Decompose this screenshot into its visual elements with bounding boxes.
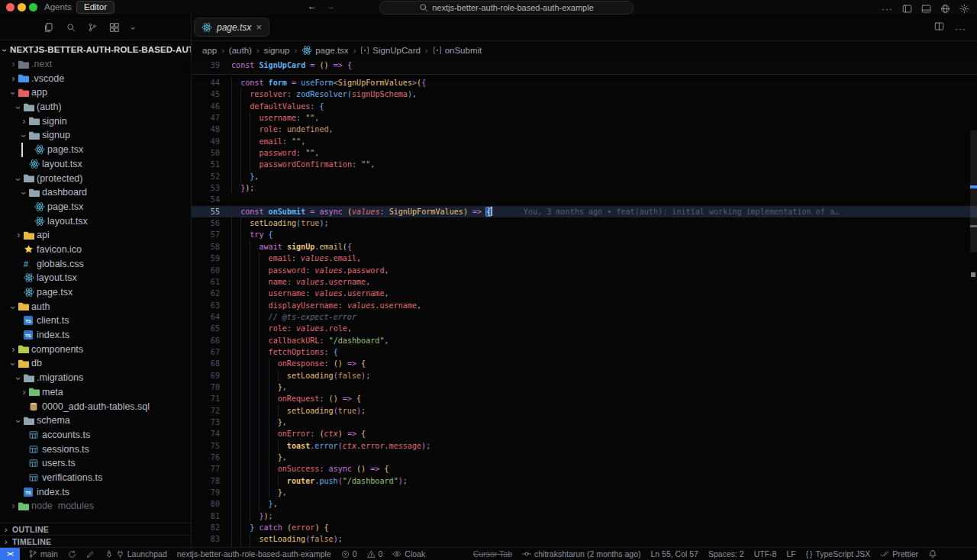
command-search-bar[interactable]: nextjs-better-auth-role-based-auth-examp…	[379, 1, 634, 14]
status-cursor-tab-toggle[interactable]: Cursor Tab	[473, 549, 512, 558]
close-window-button[interactable]	[6, 3, 15, 11]
tree-item-page.tsx[interactable]: page.tsx	[0, 200, 191, 214]
status-last-commit[interactable]: chitrakshtarun (2 months ago)	[522, 549, 640, 558]
tree-item-api[interactable]: ›api	[0, 228, 191, 243]
tree-item-.migrations[interactable]: ›.migrations	[0, 371, 191, 385]
tree-item-globals.css[interactable]: #globals.css	[0, 256, 191, 271]
tree-item-users.ts[interactable]: users.ts	[0, 456, 191, 471]
tree-item-index.ts[interactable]: TSindex.ts	[0, 328, 191, 343]
code-line-69[interactable]: 69 setLoading(false);	[192, 370, 977, 381]
status-cloak[interactable]: Cloak	[392, 549, 425, 558]
status-launchpad[interactable]: Launchpad	[105, 549, 167, 558]
code-line-71[interactable]: 71 onRequest: () => {	[192, 393, 977, 404]
nav-back-icon[interactable]: ←	[308, 1, 317, 11]
tree-item-page.tsx[interactable]: page.tsx	[0, 143, 191, 157]
tree-item-app[interactable]: ›app	[0, 85, 191, 100]
menu-agents[interactable]: Agents	[44, 2, 72, 13]
tree-item-signup[interactable]: ›signup	[0, 128, 191, 143]
tree-item-signin[interactable]: ›signin	[0, 114, 191, 128]
code-line-75[interactable]: 75 toast.error(ctx.error.message);	[192, 440, 977, 452]
tree-item-favicon.ico[interactable]: favicon.ico	[0, 243, 191, 257]
breadcrumb-item--auth-[interactable]: (auth)	[229, 46, 252, 55]
breadcrumb-item-app[interactable]: app	[202, 46, 217, 55]
code-line-65[interactable]: 65 role: values.role,	[192, 323, 977, 334]
code-line-56[interactable]: 56 setLoading(true);	[192, 217, 977, 229]
status-formatter[interactable]: Prettier	[880, 549, 918, 558]
code-line-66[interactable]: 66 callbackURL: "/dashboard",	[192, 335, 977, 346]
code-line-79[interactable]: 79 },	[192, 487, 977, 498]
tree-item-index.ts[interactable]: TSindex.ts	[0, 484, 191, 499]
tree-item--protected-[interactable]: ›(protected)	[0, 171, 191, 185]
code-line-44[interactable]: 44 const form = useForm<SignUpFormValues…	[192, 77, 977, 89]
status-project-name[interactable]: nextjs-better-auth-role-based-auth-examp…	[177, 549, 331, 558]
code-line-59[interactable]: 59 email: values.email,	[192, 253, 977, 264]
code-line-80[interactable]: 80 },	[192, 498, 977, 510]
tree-item-meta[interactable]: ›meta	[0, 385, 191, 400]
tree-root[interactable]: › NEXTJS-BETTER-AUTH-ROLE-BASED-AUTH-E..…	[0, 43, 191, 57]
minimize-window-button[interactable]	[18, 3, 26, 11]
status-eol[interactable]: LF	[786, 549, 795, 558]
tree-item-.vscode[interactable]: ›.vscode	[0, 71, 191, 85]
tree-item-.next[interactable]: ›.next	[0, 57, 191, 72]
tree-item-layout.tsx[interactable]: layout.tsx	[0, 214, 191, 228]
status-encoding[interactable]: UTF-8	[754, 549, 777, 558]
code-line-53[interactable]: 53 });	[192, 182, 977, 194]
tree-item-0000-add-auth-tables.sql[interactable]: 0000_add-auth-tables.sql	[0, 399, 191, 414]
code-line-48[interactable]: 48 role: undefined,	[192, 124, 977, 135]
tree-item-client.ts[interactable]: TSclient.ts	[0, 314, 191, 328]
menu-editor[interactable]: Editor	[76, 1, 114, 14]
tab-page-tsx[interactable]: page.tsx ×	[194, 18, 269, 37]
nav-forward-icon[interactable]: →	[326, 1, 335, 11]
code-line-81[interactable]: 81 });	[192, 510, 977, 522]
code-area[interactable]: 44 const form = useForm<SignUpFormValues…	[192, 75, 977, 548]
status-errors-count[interactable]: 0	[341, 549, 357, 558]
code-line-54[interactable]: 54	[192, 194, 977, 205]
code-line-51[interactable]: 51 passwordConfirmation: "",	[192, 159, 977, 170]
code-line-61[interactable]: 61 name: values.username,	[192, 276, 977, 288]
maximize-window-button[interactable]	[29, 3, 37, 11]
tree-item-page.tsx[interactable]: page.tsx	[0, 285, 191, 300]
code-line-77[interactable]: 77 onSuccess: async () => {	[192, 463, 977, 475]
tree-item-schema[interactable]: ›schema	[0, 414, 191, 428]
sticky-scroll-line[interactable]: 39const SignUpCard = () => {	[192, 60, 977, 75]
timeline-section[interactable]: › TIMELINE	[0, 535, 191, 548]
code-line-64[interactable]: 64 // @ts-expect-error	[192, 311, 977, 323]
status-git-branch[interactable]: main	[28, 549, 58, 558]
branch-icon[interactable]	[88, 23, 97, 32]
split-editor-icon[interactable]	[934, 21, 944, 35]
code-line-63[interactable]: 63 displayUsername: values.username,	[192, 300, 977, 311]
status-git-sync[interactable]	[68, 550, 76, 558]
globe-icon[interactable]	[940, 4, 950, 14]
tree-item-verifications.ts[interactable]: verifications.ts	[0, 471, 191, 485]
more-actions-icon[interactable]: ···	[955, 21, 966, 35]
tree-item--auth-[interactable]: ›(auth)	[0, 100, 191, 114]
ellipsis-icon[interactable]: ···	[882, 2, 893, 15]
code-line-47[interactable]: 47 username: "",	[192, 112, 977, 124]
status-notifications[interactable]	[928, 549, 937, 558]
tree-item-auth[interactable]: ›auth	[0, 299, 191, 314]
code-line-68[interactable]: 68 onResponse: () => {	[192, 358, 977, 369]
breadcrumb-item-signup[interactable]: signup	[264, 46, 290, 55]
code-line-83[interactable]: 83 setLoading(false);	[192, 533, 977, 545]
scrollbar-thumb[interactable]	[970, 130, 977, 253]
code-line-78[interactable]: 78 router.push("/dashboard");	[192, 475, 977, 487]
code-line-82[interactable]: 82 } catch (error) {	[192, 522, 977, 533]
code-line-74[interactable]: 74 onError: (ctx) => {	[192, 428, 977, 439]
tree-item-node-modules[interactable]: ›node_modules	[0, 499, 191, 510]
code-line-76[interactable]: 76 },	[192, 452, 977, 463]
tree-item-dashboard[interactable]: ›dashboard	[0, 185, 191, 200]
status-indentation[interactable]: Spaces: 2	[708, 549, 744, 558]
code-line-70[interactable]: 70 },	[192, 381, 977, 393]
files-icon[interactable]	[44, 22, 54, 33]
breadcrumb-item-signupcard[interactable]: SignUpCard	[360, 46, 421, 55]
extensions-icon[interactable]	[109, 22, 120, 33]
code-line-45[interactable]: 45 resolver: zodResolver(signUpSchema),	[192, 89, 977, 100]
code-line-72[interactable]: 72 setLoading(true);	[192, 405, 977, 417]
tree-item-layout.tsx[interactable]: layout.tsx	[0, 157, 191, 172]
outline-section[interactable]: › OUTLINE	[0, 523, 191, 536]
status-cursor-position[interactable]: Ln 55, Col 57	[651, 549, 698, 558]
code-line-46[interactable]: 46 defaultValues: {	[192, 101, 977, 112]
search-icon[interactable]	[66, 23, 76, 32]
code-line-50[interactable]: 50 password: "",	[192, 147, 977, 159]
tab-close-icon[interactable]: ×	[256, 24, 262, 31]
